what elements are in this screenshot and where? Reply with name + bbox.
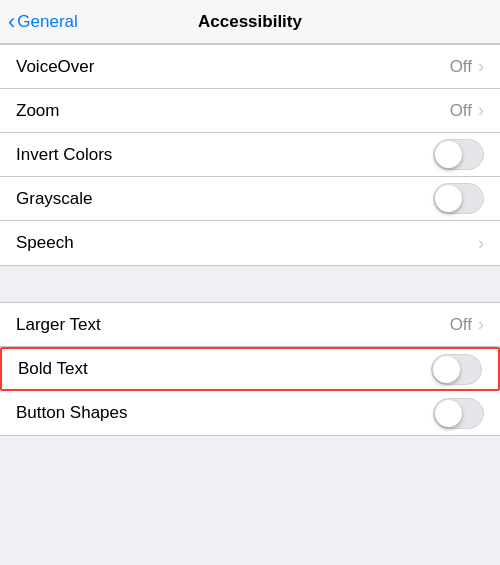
invert-colors-right — [433, 139, 484, 170]
larger-text-label: Larger Text — [16, 315, 101, 335]
bold-text-toggle[interactable] — [431, 354, 482, 385]
voiceover-label: VoiceOver — [16, 57, 94, 77]
invert-colors-toggle-knob — [435, 141, 462, 168]
voiceover-chevron-icon: › — [478, 56, 484, 77]
button-shapes-right — [433, 398, 484, 429]
page-title: Accessibility — [198, 12, 302, 32]
grayscale-toggle-knob — [435, 185, 462, 212]
bold-text-toggle-knob — [433, 356, 460, 383]
larger-text-chevron-icon: › — [478, 314, 484, 335]
settings-group-2: Larger Text Off › Bold Text Button Shape… — [0, 302, 500, 436]
button-shapes-toggle-knob — [435, 400, 462, 427]
zoom-row[interactable]: Zoom Off › — [0, 89, 500, 133]
settings-group-1: VoiceOver Off › Zoom Off › Invert Colors… — [0, 44, 500, 266]
speech-row[interactable]: Speech › — [0, 221, 500, 265]
larger-text-value: Off — [450, 315, 472, 335]
speech-chevron-icon: › — [478, 233, 484, 254]
zoom-value: Off — [450, 101, 472, 121]
grayscale-row[interactable]: Grayscale — [0, 177, 500, 221]
bold-text-label: Bold Text — [18, 359, 88, 379]
larger-text-row[interactable]: Larger Text Off › — [0, 303, 500, 347]
invert-colors-toggle[interactable] — [433, 139, 484, 170]
bold-text-row[interactable]: Bold Text — [0, 347, 500, 391]
nav-bar: ‹ General Accessibility — [0, 0, 500, 44]
speech-label: Speech — [16, 233, 74, 253]
voiceover-right: Off › — [450, 56, 484, 77]
button-shapes-row[interactable]: Button Shapes — [0, 391, 500, 435]
zoom-label: Zoom — [16, 101, 59, 121]
grayscale-right — [433, 183, 484, 214]
button-shapes-label: Button Shapes — [16, 403, 128, 423]
voiceover-row[interactable]: VoiceOver Off › — [0, 45, 500, 89]
larger-text-right: Off › — [450, 314, 484, 335]
grayscale-label: Grayscale — [16, 189, 93, 209]
invert-colors-label: Invert Colors — [16, 145, 112, 165]
zoom-chevron-icon: › — [478, 100, 484, 121]
bold-text-right — [431, 354, 482, 385]
speech-right: › — [478, 233, 484, 254]
back-label: General — [17, 12, 77, 32]
back-button[interactable]: ‹ General — [8, 11, 78, 33]
grayscale-toggle[interactable] — [433, 183, 484, 214]
invert-colors-row[interactable]: Invert Colors — [0, 133, 500, 177]
back-chevron-icon: ‹ — [8, 11, 15, 33]
group-spacer — [0, 266, 500, 302]
voiceover-value: Off — [450, 57, 472, 77]
zoom-right: Off › — [450, 100, 484, 121]
button-shapes-toggle[interactable] — [433, 398, 484, 429]
